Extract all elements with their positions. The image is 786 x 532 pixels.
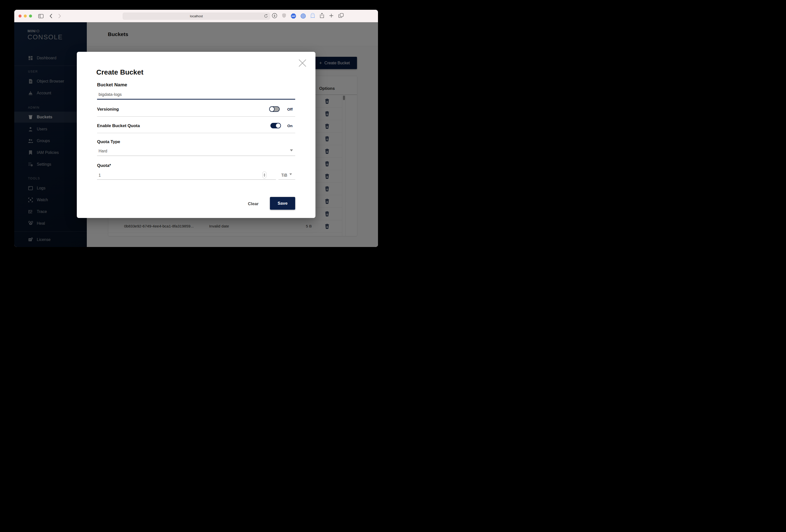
- toolbar-extensions: ABP: [272, 10, 344, 22]
- reload-icon[interactable]: [264, 14, 268, 19]
- quota-stepper[interactable]: [262, 171, 267, 179]
- back-icon[interactable]: [49, 10, 53, 22]
- tab-overview-icon[interactable]: [339, 13, 344, 19]
- browser-window: localhost ABP: [14, 10, 378, 247]
- enable-quota-toggle[interactable]: [271, 123, 281, 129]
- address-bar[interactable]: localhost: [122, 13, 270, 20]
- new-tab-icon[interactable]: [329, 13, 334, 19]
- app-viewport: MINIO CONSOLE Dashboard USER Object Brow…: [14, 22, 378, 247]
- minimize-window-button[interactable]: [24, 15, 27, 18]
- quota-unit-underline: [278, 179, 295, 180]
- versioning-label: Versioning: [97, 107, 119, 112]
- close-window-button[interactable]: [19, 15, 22, 18]
- onepassword-icon[interactable]: [301, 14, 306, 19]
- chevron-down-icon[interactable]: [290, 149, 293, 152]
- modal-title: Create Bucket: [96, 68, 143, 76]
- enable-quota-state: On: [285, 124, 295, 128]
- create-bucket-modal: Create Bucket Bucket Name Versioning Off…: [77, 52, 316, 218]
- ghostery-icon[interactable]: [310, 13, 315, 19]
- browser-toolbar: localhost ABP: [14, 10, 378, 22]
- traffic-lights: [19, 15, 32, 18]
- bucket-name-input[interactable]: [97, 90, 295, 99]
- forward-icon[interactable]: [57, 10, 62, 22]
- enable-bucket-quota-label: Enable Bucket Quota: [97, 123, 140, 129]
- toggle-knob: [275, 123, 281, 129]
- toggle-knob: [269, 106, 275, 112]
- divider: [97, 133, 295, 133]
- quota-type-label: Quota Type: [97, 139, 120, 144]
- versioning-toggle[interactable]: [269, 106, 280, 112]
- downloads-icon[interactable]: [272, 13, 277, 19]
- versioning-state: Off: [285, 107, 295, 111]
- clear-button[interactable]: Clear: [245, 200, 262, 208]
- close-modal-button[interactable]: [297, 58, 307, 68]
- desktop: { "colors": { "primary_navy": "#081C42",…: [0, 0, 393, 266]
- adblock-plus-icon[interactable]: ABP: [291, 14, 296, 19]
- unit-chevron-down-icon[interactable]: [290, 174, 292, 175]
- bucket-name-label: Bucket Name: [97, 82, 127, 88]
- divider: [97, 116, 295, 117]
- share-icon[interactable]: [320, 13, 324, 19]
- quota-type-value[interactable]: Hard: [98, 149, 107, 154]
- quota-input[interactable]: [97, 172, 262, 179]
- sidebar-toggle-icon[interactable]: [38, 10, 44, 22]
- url-text: localhost: [190, 14, 203, 18]
- stepper-down-icon[interactable]: [264, 176, 265, 177]
- save-button[interactable]: Save: [270, 197, 295, 210]
- quota-unit-value[interactable]: TiB: [281, 173, 287, 178]
- quota-label: Quota*: [97, 163, 111, 168]
- quota-underline: [97, 179, 276, 180]
- stepper-up-icon[interactable]: [264, 174, 265, 175]
- shield-icon[interactable]: [282, 13, 286, 19]
- quota-type-underline: [97, 156, 295, 156]
- zoom-window-button[interactable]: [29, 15, 32, 18]
